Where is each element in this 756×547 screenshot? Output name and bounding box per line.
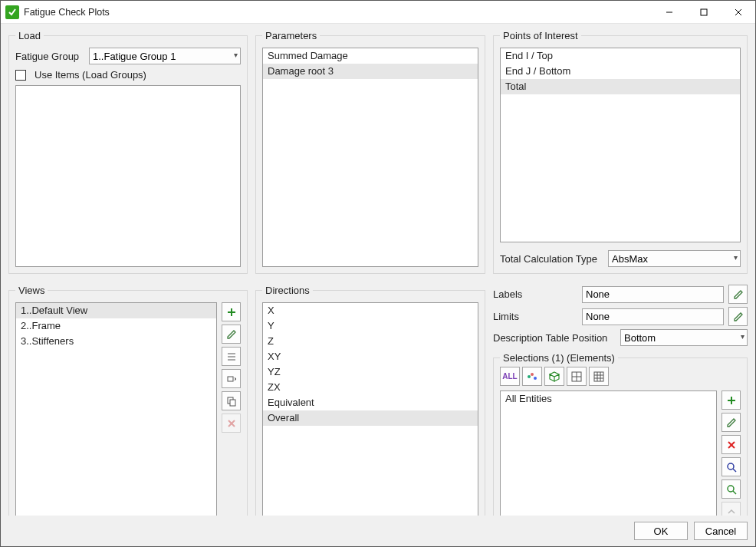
svg-rect-21: [594, 372, 603, 381]
views-edit-button[interactable]: [222, 325, 241, 344]
select-grid2-button[interactable]: [567, 367, 587, 386]
selections-list[interactable]: All Entities: [500, 390, 717, 516]
list-item[interactable]: End I / Top: [501, 48, 740, 64]
selections-zoom-button[interactable]: [721, 457, 741, 476]
load-items-list[interactable]: [15, 85, 241, 267]
svg-rect-9: [228, 377, 233, 381]
window-title: Fatigue Check Plots: [24, 7, 652, 18]
list-item[interactable]: ZX: [263, 380, 478, 395]
list-item[interactable]: XY: [263, 349, 478, 364]
directions-group: Directions XYZXYYZZXEquivalentOverall: [255, 285, 485, 516]
fatigue-group-value[interactable]: [89, 48, 241, 64]
limits-label: Limits: [493, 311, 577, 322]
parameters-legend: Parameters: [262, 30, 320, 41]
right-column: Labels Limits Description Table Position…: [493, 285, 748, 516]
close-button[interactable]: [721, 1, 755, 23]
use-items-checkbox[interactable]: [15, 70, 26, 81]
select-all-button[interactable]: ALL: [500, 367, 520, 386]
labels-edit-button[interactable]: [728, 285, 748, 304]
list-item[interactable]: Z: [263, 334, 478, 349]
use-items-label: Use Items (Load Groups): [35, 69, 146, 81]
list-item[interactable]: 1..Default View: [16, 303, 216, 318]
dialog-window: Fatigue Check Plots Load Fatigue Group ▾…: [0, 0, 756, 547]
selections-zoom2-button[interactable]: [721, 479, 741, 499]
fatigue-group-combo[interactable]: ▾: [89, 48, 241, 64]
titlebar: Fatigue Check Plots: [1, 1, 755, 24]
desc-table-label: Description Table Position: [493, 332, 616, 344]
svg-point-17: [534, 377, 537, 380]
calc-type-label: Total Calculation Type: [500, 253, 603, 265]
list-item[interactable]: All Entities: [501, 391, 716, 407]
list-item[interactable]: Y: [263, 318, 478, 334]
select-nodes-button[interactable]: [522, 367, 542, 386]
app-icon: [5, 5, 19, 19]
list-item[interactable]: Equivalent: [263, 395, 478, 410]
limits-field[interactable]: [582, 308, 724, 325]
list-item[interactable]: 2..Frame: [16, 318, 216, 334]
client-area: Load Fatigue Group ▾ Use Items (Load Gro…: [1, 24, 755, 516]
views-list-button[interactable]: [222, 347, 241, 366]
list-item[interactable]: Damage root 3: [263, 64, 478, 79]
list-item[interactable]: X: [263, 303, 478, 318]
views-list[interactable]: 1..Default View2..Frame3..Stiffeners: [15, 302, 217, 516]
parameters-list[interactable]: Summed DamageDamage root 3: [262, 48, 478, 267]
selections-edit-button[interactable]: [721, 413, 741, 432]
svg-point-32: [728, 486, 734, 492]
limits-edit-button[interactable]: [728, 307, 748, 326]
views-add-button[interactable]: [222, 302, 241, 321]
ok-button[interactable]: OK: [634, 522, 688, 540]
minimize-button[interactable]: [652, 1, 686, 23]
svg-rect-12: [230, 400, 235, 406]
svg-point-15: [528, 375, 531, 378]
selections-add-button[interactable]: [721, 390, 741, 410]
poi-legend: Points of Interest: [500, 30, 581, 41]
select-grid3-button[interactable]: [589, 367, 609, 386]
svg-line-33: [733, 491, 736, 494]
views-group: Views 1..Default View2..Frame3..Stiffene…: [8, 285, 248, 516]
poi-list[interactable]: End I / TopEnd J / BottomTotal: [500, 48, 741, 242]
labels-field[interactable]: [582, 286, 724, 303]
dialog-footer: OK Cancel: [1, 516, 755, 546]
fatigue-group-label: Fatigue Group: [15, 51, 84, 62]
load-group: Load Fatigue Group ▾ Use Items (Load Gro…: [8, 30, 248, 274]
select-cube-button[interactable]: [544, 367, 564, 386]
maximize-button[interactable]: [686, 1, 721, 23]
directions-legend: Directions: [262, 285, 313, 296]
list-item[interactable]: Overall: [263, 410, 478, 426]
list-item[interactable]: Summed Damage: [263, 48, 478, 64]
poi-group: Points of Interest End I / TopEnd J / Bo…: [493, 30, 748, 274]
views-delete-button: [222, 414, 241, 433]
list-item[interactable]: End J / Bottom: [501, 64, 740, 79]
desc-table-value[interactable]: [620, 329, 748, 346]
cancel-button[interactable]: Cancel: [694, 522, 748, 540]
views-copy-button[interactable]: [222, 391, 241, 410]
svg-point-16: [531, 373, 534, 376]
parameters-group: Parameters Summed DamageDamage root 3: [255, 30, 485, 274]
views-legend: Views: [15, 285, 48, 296]
window-controls: [652, 1, 755, 23]
list-item[interactable]: 3..Stiffeners: [16, 334, 216, 349]
list-item[interactable]: Total: [501, 79, 740, 94]
views-insert-button[interactable]: [222, 369, 241, 388]
labels-label: Labels: [493, 288, 577, 300]
selections-up-button: [721, 502, 741, 516]
svg-point-30: [728, 463, 734, 470]
directions-list[interactable]: XYZXYYZZXEquivalentOverall: [262, 302, 478, 516]
svg-line-31: [733, 469, 736, 472]
selections-group: Selections (1) (Elements) ALL All Entiti…: [493, 352, 748, 516]
svg-rect-1: [701, 9, 707, 15]
desc-table-combo[interactable]: ▾: [620, 329, 748, 346]
calc-type-value[interactable]: [608, 250, 741, 267]
load-legend: Load: [15, 30, 44, 41]
calc-type-combo[interactable]: ▾: [608, 250, 741, 267]
selections-delete-button[interactable]: [721, 435, 741, 454]
list-item[interactable]: YZ: [263, 364, 478, 380]
selections-legend: Selections (1) (Elements): [500, 352, 618, 364]
